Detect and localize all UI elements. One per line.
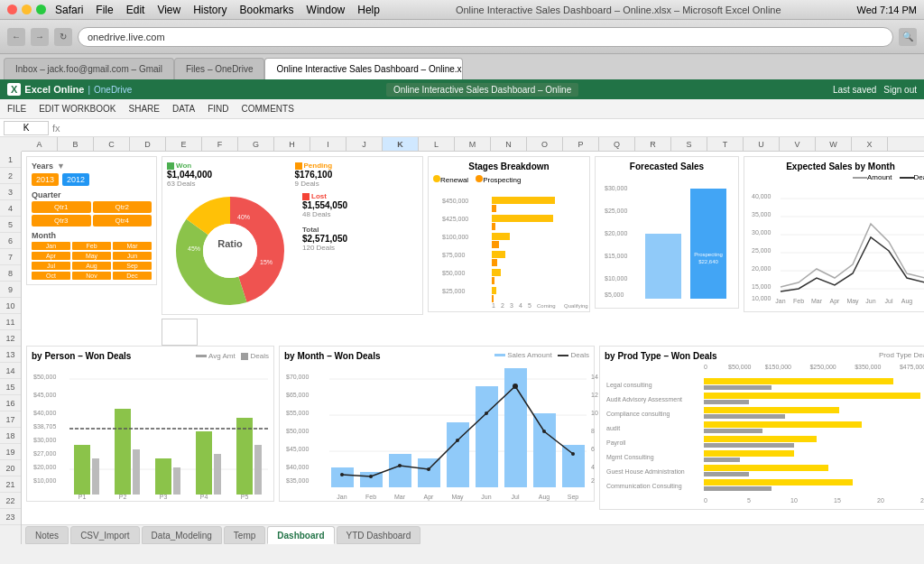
- ribbon-share[interactable]: SHARE: [129, 104, 160, 114]
- svg-point-130: [571, 452, 575, 456]
- menu-window[interactable]: Window: [307, 4, 346, 16]
- svg-text:Qualifying: Qualifying: [564, 303, 588, 309]
- svg-text:15,000: 15,000: [752, 283, 772, 290]
- ribbon-data[interactable]: DATA: [172, 104, 195, 114]
- ribbon-find[interactable]: FIND: [208, 104, 228, 114]
- svg-text:Legal consulting: Legal consulting: [606, 382, 652, 389]
- menu-history[interactable]: History: [193, 4, 226, 16]
- mac-topbar: Safari File Edit View History Bookmarks …: [0, 0, 924, 20]
- svg-text:P1: P1: [79, 494, 87, 500]
- quarter-label: Quarter: [32, 190, 152, 199]
- forecast-title: Forecasted Sales: [600, 162, 734, 171]
- lost-deals: 48 Deals: [302, 210, 420, 218]
- slicer-control[interactable]: [162, 319, 198, 346]
- svg-point-122: [340, 473, 344, 476]
- search-icon[interactable]: 🔍: [899, 28, 917, 46]
- tab-notes[interactable]: Notes: [25, 526, 69, 544]
- formula-input[interactable]: [64, 123, 920, 133]
- qtr4-button[interactable]: Qtr4: [93, 215, 152, 227]
- tab-ytd-dashboard[interactable]: YTD Dashboard: [337, 526, 421, 544]
- sign-out-button[interactable]: Sign out: [883, 85, 917, 95]
- svg-text:14: 14: [591, 374, 598, 380]
- feb-button[interactable]: Feb: [72, 242, 111, 250]
- qtr3-button[interactable]: Qtr3: [32, 215, 91, 227]
- tab-csv-import[interactable]: CSV_Import: [70, 526, 139, 544]
- back-button[interactable]: ←: [7, 28, 25, 46]
- tab-onedrive[interactable]: Files – OneDrive: [174, 58, 264, 79]
- oct-button[interactable]: Oct: [32, 272, 70, 280]
- jan-button[interactable]: Jan: [32, 242, 70, 250]
- ribbon-edit-workbook[interactable]: EDIT WORKBOOK: [39, 104, 116, 114]
- dec-button[interactable]: Dec: [113, 272, 152, 280]
- maximize-button[interactable]: [36, 5, 46, 14]
- row-7: 7: [0, 249, 21, 265]
- browser-tabs: Inbox – jack.foo@gmail.com – Gmail Files…: [0, 54, 924, 79]
- col-p: P: [563, 137, 599, 151]
- qtr1-button[interactable]: Qtr1: [32, 201, 91, 213]
- close-button[interactable]: [7, 5, 17, 14]
- filter-icon[interactable]: ▼: [57, 162, 65, 171]
- jun-button[interactable]: Jun: [113, 252, 152, 260]
- qtr2-button[interactable]: Qtr2: [93, 201, 152, 213]
- excel-onedrive-link[interactable]: OneDrive: [94, 85, 132, 95]
- ribbon-comments[interactable]: COMMENTS: [242, 104, 294, 114]
- won-label: Won: [176, 162, 191, 170]
- forward-button[interactable]: →: [31, 28, 49, 46]
- mac-window-controls[interactable]: [7, 5, 46, 14]
- svg-text:$45,000: $45,000: [33, 392, 56, 398]
- svg-rect-113: [331, 467, 354, 487]
- year-2012-button[interactable]: 2012: [62, 173, 89, 186]
- svg-rect-150: [704, 421, 862, 428]
- menu-bookmarks[interactable]: Bookmarks: [240, 4, 294, 16]
- col-j: J: [346, 137, 383, 151]
- nov-button[interactable]: Nov: [72, 272, 111, 280]
- tab-dashboard[interactable]: Dashboard: [267, 526, 334, 544]
- svg-text:$10,000: $10,000: [33, 477, 56, 484]
- stages-legend: Renewal Prospecting: [433, 175, 585, 184]
- row-numbers: 1 2 3 4 5 6 7 8 9 10 11 12 13 14 15 16 1…: [0, 152, 22, 544]
- tab-excel[interactable]: Online Interactive Sales Dashboard – Onl…: [264, 58, 463, 79]
- tab-gmail[interactable]: Inbox – jack.foo@gmail.com – Gmail: [4, 58, 174, 79]
- tab-data-modeling[interactable]: Data_Modeling: [142, 526, 222, 544]
- mar-button[interactable]: Mar: [113, 242, 152, 250]
- menu-safari[interactable]: Safari: [55, 4, 83, 16]
- row-8: 8: [0, 265, 21, 282]
- dashboard: Years ▼ 2013 2012 Quarter Qtr1 Qtr2 Qtr3…: [22, 152, 924, 544]
- aug-button[interactable]: Aug: [72, 262, 111, 270]
- menu-file[interactable]: File: [96, 4, 113, 16]
- may-button[interactable]: May: [72, 252, 111, 260]
- year-2013-button[interactable]: 2013: [32, 173, 59, 186]
- ribbon-file[interactable]: FILE: [7, 104, 26, 114]
- pending-flag-icon: [295, 162, 302, 170]
- lost-flag-icon: [302, 193, 310, 200]
- cell-reference-input[interactable]: [4, 121, 49, 135]
- forecast-chart: $30,000 $25,000 $20,000 $15,000 $10,000 …: [600, 175, 740, 301]
- menu-help[interactable]: Help: [357, 4, 380, 16]
- svg-text:$40,000: $40,000: [286, 464, 309, 470]
- sep-button[interactable]: Sep: [113, 262, 152, 270]
- menu-view[interactable]: View: [157, 4, 180, 16]
- svg-text:Aug: Aug: [901, 298, 913, 305]
- svg-text:Mar: Mar: [811, 298, 823, 304]
- jul-button[interactable]: Jul: [32, 262, 70, 270]
- svg-text:May: May: [451, 494, 464, 501]
- menu-edit[interactable]: Edit: [126, 4, 145, 16]
- svg-rect-18: [492, 241, 499, 248]
- svg-text:$50,000: $50,000: [442, 270, 465, 276]
- svg-text:30,000: 30,000: [752, 229, 772, 236]
- svg-rect-159: [704, 465, 828, 471]
- svg-point-123: [369, 475, 373, 478]
- address-bar[interactable]: onedrive.live.com: [78, 27, 893, 47]
- svg-rect-153: [704, 436, 817, 442]
- minimize-button[interactable]: [22, 5, 32, 14]
- svg-point-124: [398, 464, 402, 467]
- svg-rect-118: [476, 386, 498, 487]
- tab-temp[interactable]: Temp: [224, 526, 265, 544]
- apr-button[interactable]: Apr: [32, 252, 70, 260]
- deals-label: Deals: [251, 352, 269, 360]
- total-deals: 120 Deals: [302, 244, 420, 252]
- reload-button[interactable]: ↻: [54, 28, 72, 46]
- svg-text:audit: audit: [606, 425, 620, 431]
- svg-text:15: 15: [834, 497, 841, 504]
- mac-menu[interactable]: Safari File Edit View History Bookmarks …: [55, 4, 380, 16]
